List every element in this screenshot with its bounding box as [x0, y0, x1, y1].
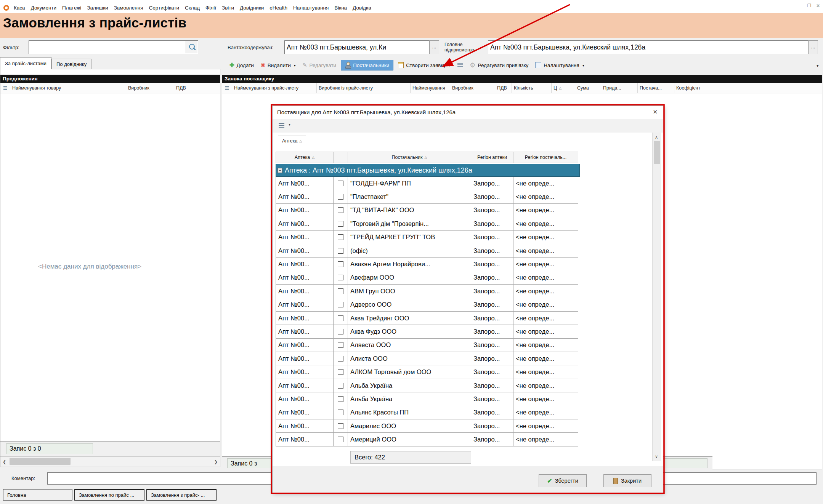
scroll-left-icon[interactable]: ❮	[3, 457, 6, 466]
row-checkbox[interactable]	[338, 369, 343, 375]
row-checkbox[interactable]	[338, 221, 343, 227]
consignee-input[interactable]: Апт №003 пгт.Барышевка, ул.Ки	[284, 40, 429, 54]
supplier-row[interactable]: Апт №00... "ТРЕЙД МАРКЕТ ГРУП" ТОВ Запор…	[276, 231, 580, 244]
tab-main[interactable]: Головна	[3, 489, 72, 501]
column-header[interactable]: ПДВ	[495, 83, 512, 93]
supplier-row[interactable]: Апт №00... Альба Україна Запоро... <не о…	[276, 392, 580, 406]
scrollbar-thumb[interactable]	[654, 141, 660, 164]
row-checkbox[interactable]	[338, 423, 343, 429]
scrollbar-thumb[interactable]	[10, 458, 71, 465]
scroll-down-icon[interactable]: ∨	[655, 452, 658, 461]
search-button[interactable]	[186, 41, 197, 53]
edit-binding-button[interactable]: ⚙ Редагувати прив'язку	[467, 60, 531, 71]
supplier-row[interactable]: Апт №00... Алиста ООО Запоро... <не опре…	[276, 352, 580, 365]
menu-item[interactable]: Звіти	[222, 5, 234, 11]
supplier-row[interactable]: Апт №00... Альянс Красоты ПП Запоро... <…	[276, 406, 580, 419]
save-button[interactable]: ✔ Зберегти	[539, 474, 587, 487]
column-header[interactable]: Найменування	[411, 83, 450, 93]
supplier-row[interactable]: Апт №00... Алвеста ООО Запоро... <не опр…	[276, 339, 580, 352]
row-checkbox[interactable]	[338, 315, 343, 321]
column-header-checkbox[interactable]	[334, 152, 348, 163]
supplier-row[interactable]: Апт №00... (офіс) Запоро... <не опреде..…	[276, 244, 580, 258]
settings-button[interactable]: Налаштування ▾	[533, 61, 586, 70]
row-checkbox[interactable]	[338, 207, 343, 213]
supplier-row[interactable]: Апт №00... Амарилис ООО Запоро... <не оп…	[276, 419, 580, 433]
column-header[interactable]: Постача...	[638, 83, 674, 93]
menu-item[interactable]: Вікна	[334, 5, 347, 11]
create-order-button[interactable]: Створити заявку ▾	[396, 61, 453, 70]
menu-item[interactable]: Замовлення	[114, 5, 143, 11]
scroll-up-icon[interactable]: ∧	[655, 133, 658, 142]
tab-by-directory[interactable]: По довіднику	[51, 59, 91, 69]
row-checkbox[interactable]	[338, 410, 343, 415]
filter-input[interactable]	[29, 40, 198, 54]
menu-item[interactable]: Довідка	[353, 5, 371, 11]
column-header[interactable]: Ц△	[552, 83, 575, 93]
tab-order-by-price[interactable]: Замовлення по прайс ...	[74, 489, 144, 501]
tab-order-from-price[interactable]: Замовлення з прайс- ...	[146, 489, 217, 501]
row-checkbox[interactable]	[338, 437, 343, 442]
column-header[interactable]: Найменування з прайс-листу	[232, 83, 317, 93]
offers-horizontal-scrollbar[interactable]: ❮ ❯	[0, 456, 220, 467]
column-header-region[interactable]: Регіон аптеки	[471, 152, 513, 163]
close-button[interactable]: ✕	[815, 3, 821, 8]
column-header[interactable]: Виробник	[126, 83, 174, 93]
view-options-icon[interactable]	[279, 123, 284, 128]
add-button[interactable]: ✚ Додати	[227, 60, 256, 70]
column-header[interactable]: Сума	[575, 83, 601, 93]
main-company-input[interactable]: Апт №003 пгт.Барышевка, ул.Киевский шлях…	[488, 40, 808, 54]
minimize-button[interactable]: –	[798, 3, 803, 8]
menu-item[interactable]: Склад	[185, 5, 200, 11]
row-checkbox[interactable]	[338, 261, 343, 267]
row-checkbox[interactable]	[338, 194, 343, 200]
supplier-row[interactable]: Апт №00... АВМ Груп ООО Запоро... <не оп…	[276, 285, 580, 298]
restore-button[interactable]: ❐	[807, 3, 812, 8]
group-row-selected[interactable]: − Аптека : Апт №003 пгт.Барышевка, ул.Ки…	[276, 164, 580, 177]
menu-item[interactable]: Документи	[31, 5, 56, 11]
tab-by-price-lists[interactable]: За прайс-листами	[0, 57, 51, 69]
row-checkbox[interactable]	[338, 383, 343, 389]
supplier-row[interactable]: Апт №00... Аква Трейдинг ООО Запоро... <…	[276, 312, 580, 325]
column-header[interactable]: Кількість	[512, 83, 552, 93]
dialog-vertical-scrollbar[interactable]: ∧ ∨	[652, 133, 661, 461]
menu-item[interactable]: Сертифікати	[149, 5, 179, 11]
supplier-row[interactable]: Апт №00... "ГОЛДЕН-ФАРМ" ПП Запоро... <н…	[276, 177, 580, 190]
column-header[interactable]: Виробник	[450, 83, 495, 93]
column-header[interactable]: Виробник із прайс-листу	[317, 83, 411, 93]
column-header-apteka[interactable]: Аптека △	[276, 152, 334, 163]
row-checkbox[interactable]	[338, 248, 343, 254]
row-checkbox[interactable]	[338, 181, 343, 186]
row-checkbox[interactable]	[338, 302, 343, 307]
supplier-row[interactable]: Апт №00... "ТД "ВИТА-ПАК" ООО Запоро... …	[276, 204, 580, 217]
menu-item[interactable]: Довідники	[240, 5, 264, 11]
menu-item[interactable]: Платежі	[62, 5, 81, 11]
column-header-supplier-region[interactable]: Регіон постачаль...	[513, 152, 578, 163]
row-checkbox[interactable]	[338, 234, 343, 240]
supplier-row[interactable]: Апт №00... АЛКОМ Торговый дом ООО Запоро…	[276, 365, 580, 379]
row-checkbox[interactable]	[338, 342, 343, 348]
supplier-row[interactable]: Апт №00... Америций ООО Запоро... <не оп…	[276, 433, 580, 446]
column-header[interactable]: ПДВ	[174, 83, 219, 93]
group-by-chip[interactable]: Аптека △	[278, 136, 306, 146]
supplier-row[interactable]: Апт №00... Альба Україна Запоро... <не о…	[276, 379, 580, 392]
column-header[interactable]: Прида...	[601, 83, 638, 93]
row-checkbox[interactable]	[338, 356, 343, 362]
column-header[interactable]: Найменування товару	[10, 83, 126, 93]
supplier-row[interactable]: Апт №00... Адверсо ООО Запоро... <не опр…	[276, 298, 580, 312]
column-header-supplier[interactable]: Постачальник △	[348, 152, 471, 163]
row-checkbox[interactable]	[338, 329, 343, 334]
toolbar-overflow-button[interactable]: ▾	[817, 63, 819, 68]
row-checkbox[interactable]	[338, 396, 343, 402]
edit-button[interactable]: ✎ Редагувати	[300, 61, 339, 70]
supplier-row[interactable]: Апт №00... Авефарм ООО Запоро... <не опр…	[276, 271, 580, 285]
dialog-title-bar[interactable]: Поставщики для Апт №003 пгт.Барышевка, у…	[273, 106, 663, 119]
columns-button[interactable]	[455, 61, 465, 69]
supplier-row[interactable]: Апт №00... Авакян Артем Норайрови... Зап…	[276, 258, 580, 271]
chevron-down-icon[interactable]: ▾	[289, 122, 290, 126]
collapse-icon[interactable]: −	[278, 168, 282, 173]
menu-item[interactable]: Залишки	[87, 5, 108, 11]
supplier-row[interactable]: Апт №00... "Пластпакет" Запоро... <не оп…	[276, 190, 580, 203]
delete-button[interactable]: ✖ Видалити ▾	[258, 61, 298, 70]
row-checkbox[interactable]	[338, 275, 343, 280]
consignee-picker-button[interactable]: ...	[429, 40, 439, 54]
